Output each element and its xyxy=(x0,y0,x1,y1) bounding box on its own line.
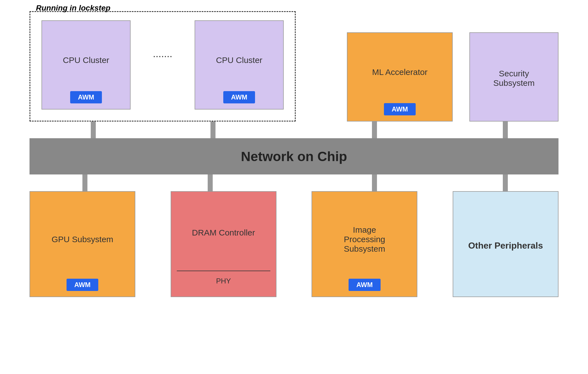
connector-ml xyxy=(372,122,377,138)
cpu-cluster-1-awm: AWM xyxy=(70,91,102,103)
connector-gpu xyxy=(82,174,87,191)
lockstep-label: Running in lockstep xyxy=(36,4,111,13)
cpu-cluster-2-box: CPU Cluster AWM xyxy=(195,20,284,110)
cpu-cluster-2-awm: AWM xyxy=(223,91,255,103)
connector-security xyxy=(503,122,508,138)
other-peripherals-label: Other Peripherals xyxy=(468,200,543,291)
cpu-cluster-2-label: CPU Cluster xyxy=(216,29,263,91)
bottom-connectors xyxy=(30,174,558,191)
cpu-cluster-1-label: CPU Cluster xyxy=(63,29,109,91)
security-subsystem-col: SecuritySubsystem xyxy=(469,32,558,122)
noc-label: Network on Chip xyxy=(241,149,347,164)
dots-separator: ....... xyxy=(153,48,172,60)
ml-accelerator-awm: AWM xyxy=(384,103,416,115)
main-layout: Running in lockstep CPU Cluster AWM ....… xyxy=(30,11,558,297)
connector-cpu2 xyxy=(210,122,215,138)
other-peripherals-box: Other Peripherals xyxy=(453,191,558,297)
right-group: ML Accelerator AWM SecuritySubsystem xyxy=(347,32,558,122)
connector-dram xyxy=(208,174,213,191)
dram-controller-box: DRAM Controller PHY xyxy=(171,191,276,297)
ml-accelerator-col: ML Accelerator AWM xyxy=(347,32,453,122)
security-subsystem-box: SecuritySubsystem xyxy=(469,32,558,122)
gpu-subsystem-box: GPU Subsystem AWM xyxy=(30,191,135,297)
cpu-cluster-1-col: CPU Cluster AWM xyxy=(41,20,131,110)
cpu-cluster-1-box: CPU Cluster AWM xyxy=(41,20,131,110)
cpu-cluster-2-col: CPU Cluster AWM xyxy=(195,20,284,110)
image-processing-awm: AWM xyxy=(349,279,381,291)
dram-phy-label: PHY xyxy=(177,271,270,291)
ml-accelerator-box: ML Accelerator AWM xyxy=(347,32,453,122)
gpu-subsystem-awm: AWM xyxy=(67,279,99,291)
connector-cpu1 xyxy=(91,122,96,138)
lockstep-group: Running in lockstep CPU Cluster AWM ....… xyxy=(30,11,296,122)
top-connectors xyxy=(30,122,558,138)
dram-controller-label: DRAM Controller xyxy=(192,197,255,268)
gpu-subsystem-label: GPU Subsystem xyxy=(52,200,113,279)
image-processing-label: ImageProcessingSubsystem xyxy=(344,200,385,279)
image-processing-box: ImageProcessingSubsystem AWM xyxy=(312,191,417,297)
diagram-container: Running in lockstep CPU Cluster AWM ....… xyxy=(0,0,588,374)
top-row: Running in lockstep CPU Cluster AWM ....… xyxy=(30,11,558,122)
security-subsystem-label: SecuritySubsystem xyxy=(493,41,535,115)
bottom-row: GPU Subsystem AWM DRAM Controller PHY Im… xyxy=(30,191,558,297)
connector-peripherals xyxy=(503,174,508,191)
noc-bar: Network on Chip xyxy=(30,138,558,174)
connector-image xyxy=(372,174,377,191)
ml-accelerator-label: ML Accelerator xyxy=(372,41,428,103)
